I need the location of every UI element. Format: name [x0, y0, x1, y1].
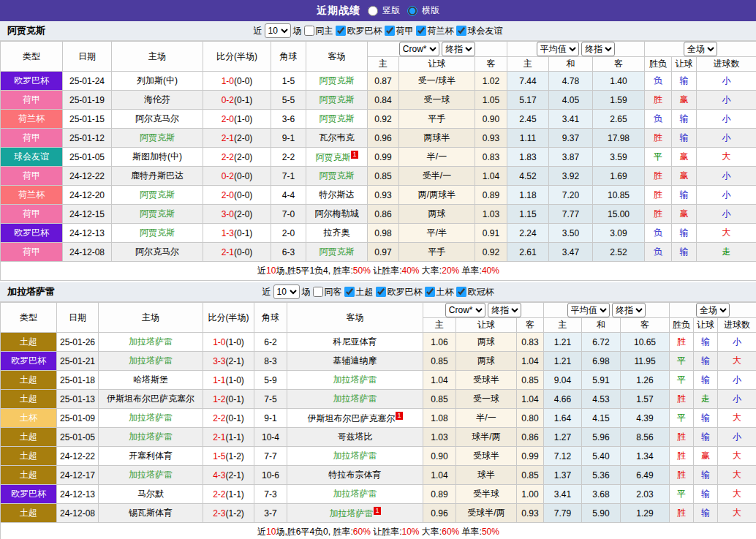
match-row: 欧罗巴杯25-01-21加拉塔萨雷3-3(2-1)8-3基辅迪纳摩0.85两球1…: [1, 352, 756, 371]
league-checkbox[interactable]: [344, 287, 355, 297]
same-venue-filter[interactable]: 同主: [304, 25, 333, 37]
league-filter-土超[interactable]: 土超: [344, 286, 374, 298]
away-team-text: 阿尔梅勒城: [315, 208, 359, 219]
league-checkbox[interactable]: [376, 287, 386, 297]
away-team-link[interactable]: 阿贾克斯: [320, 75, 355, 86]
halftime-score: (0-0): [234, 76, 252, 86]
home-team-link[interactable]: 加拉塔萨雷: [129, 470, 173, 480]
home-team-link[interactable]: 阿贾克斯: [140, 227, 175, 238]
handicap-cell: 受半球: [456, 485, 517, 504]
match-row: 土杯25-01-09加拉塔萨雷2-2(0-1)9-1伊斯坦布尔巴萨克塞尔11.0…: [1, 409, 756, 428]
away-team-link[interactable]: 加拉塔萨雷: [333, 374, 377, 385]
league-checkbox[interactable]: [425, 287, 435, 297]
competition-type-cell: 土杯: [1, 409, 57, 428]
scope-group-header: 全场: [645, 42, 756, 57]
recent-count-select[interactable]: 10: [265, 23, 291, 38]
average-select[interactable]: 平均值: [567, 303, 610, 317]
league-filter-荷兰杯[interactable]: 荷兰杯: [416, 25, 454, 37]
odds-away-cell: 1.04: [517, 352, 544, 371]
average-away-cell: 1.29: [621, 504, 670, 523]
layout-option-vertical[interactable]: 竖版: [368, 4, 400, 17]
average-home-cell: 4.66: [544, 390, 582, 409]
league-label: 土杯: [436, 286, 454, 298]
home-team-link[interactable]: 加拉塔萨雷: [129, 355, 173, 366]
home-team-link[interactable]: 阿贾克斯: [140, 208, 175, 219]
win-loss-cell: 平: [670, 409, 694, 428]
odds-time-select[interactable]: 终指: [442, 42, 475, 56]
league-checkbox[interactable]: [416, 26, 426, 36]
league-checkbox[interactable]: [456, 26, 466, 36]
home-team-link[interactable]: 加拉塔萨雷: [129, 412, 173, 423]
recent-count-select[interactable]: 10: [273, 284, 300, 299]
league-filter-欧罗巴杯[interactable]: 欧罗巴杯: [376, 286, 423, 298]
same-venue-checkbox[interactable]: [304, 26, 314, 36]
score-cell: 2-0(0-0): [203, 186, 271, 205]
same-venue-checkbox[interactable]: [313, 287, 323, 297]
halftime-score: (0-0): [234, 190, 252, 200]
average-select[interactable]: 平均值: [537, 42, 579, 56]
scope-select[interactable]: 全场: [684, 42, 717, 56]
away-team-link[interactable]: 加拉塔萨雷: [333, 393, 377, 404]
win-loss-cell: 胜: [670, 390, 694, 409]
handicap-cell: 受一/球半: [399, 72, 475, 91]
league-filter-欧冠杯[interactable]: 欧冠杯: [456, 286, 494, 298]
home-team-link[interactable]: 阿贾克斯: [140, 132, 175, 143]
away-team-link[interactable]: 加拉塔萨雷: [333, 489, 377, 499]
sub-column-header-和: 和: [549, 57, 593, 72]
summary-stat-value: 50%: [353, 265, 371, 276]
league-filter-欧罗巴杯[interactable]: 欧罗巴杯: [336, 25, 382, 37]
average-away-cell: 3.09: [593, 224, 645, 243]
home-team-link[interactable]: 加拉塔萨雷: [129, 336, 173, 347]
league-filter-荷甲[interactable]: 荷甲: [385, 25, 414, 37]
competition-type-cell: 土超: [1, 371, 57, 390]
average-time-select[interactable]: 终指: [612, 303, 646, 317]
home-team-text: 开塞利体育: [129, 451, 173, 461]
match-row: 土超24-12-22开塞利体育1-5(1-2)7-7加拉塔萨雷0.90受球半0.…: [1, 447, 756, 466]
odds-time-select[interactable]: 终指: [488, 303, 521, 317]
odds-source-select[interactable]: Crow*: [399, 42, 439, 56]
away-team-link[interactable]: 加拉塔萨雷: [329, 508, 373, 519]
horizontal-layout-radio[interactable]: [407, 6, 417, 16]
league-checkbox[interactable]: [336, 26, 346, 36]
average-draw-cell: 6.98: [582, 352, 621, 371]
league-filter-土杯[interactable]: 土杯: [425, 286, 454, 298]
handicap-result-cell: 输: [694, 333, 718, 352]
odds-away-cell: 0.83: [475, 148, 507, 167]
home-team-link[interactable]: 阿贾克斯: [140, 189, 175, 200]
away-team-link[interactable]: 阿贾克斯: [320, 246, 355, 257]
away-team-link[interactable]: 阿贾克斯: [320, 170, 355, 181]
odds-home-cell: 1.08: [423, 409, 456, 428]
home-team-link[interactable]: 加拉塔萨雷: [129, 431, 173, 442]
home-team-text: 哈塔斯堡: [133, 374, 168, 385]
corners-cell: 6-3: [271, 243, 306, 262]
summary-row: 近10场,胜5平1负4, 胜率:50% 让胜率:40% 大率:20% 单率:40…: [1, 262, 756, 281]
league-checkbox[interactable]: [456, 287, 466, 297]
halftime-score: (0-1): [226, 394, 244, 404]
odds-home-cell: 0.90: [423, 447, 456, 466]
away-team-link[interactable]: 阿贾克斯: [320, 113, 355, 124]
league-checkbox[interactable]: [385, 26, 395, 36]
over-under-cell: 小: [697, 72, 756, 91]
same-venue-filter[interactable]: 同客: [313, 286, 342, 298]
corners-cell: 5-9: [254, 371, 287, 390]
sub-column-header-胜负: 胜负: [670, 318, 694, 333]
odds-source-select[interactable]: Crow*: [445, 303, 485, 317]
average-time-select[interactable]: 终指: [581, 42, 615, 56]
odds-away-cell: 0.83: [517, 333, 544, 352]
layout-option-horizontal[interactable]: 横版: [407, 4, 439, 17]
match-row: 土超25-01-13伊斯坦布尔巴萨克塞尔1-2(0-1)7-5加拉塔萨雷0.85…: [1, 390, 756, 409]
competition-type-cell: 荷甲: [1, 167, 63, 186]
scope-select[interactable]: 全场: [696, 303, 730, 317]
vertical-layout-radio[interactable]: [368, 6, 378, 16]
recent-label: 近: [262, 286, 271, 298]
match-row: 荷甲25-01-12阿贾克斯2-1(2-0)9-1瓦尔韦克0.96两球半0.93…: [1, 129, 756, 148]
away-team-cell: 科尼亚体育: [287, 333, 423, 352]
win-loss-cell: 胜: [645, 91, 672, 110]
red-card-badge: 1: [374, 507, 380, 515]
league-label: 欧罗巴杯: [347, 25, 382, 37]
league-filter-球会友谊[interactable]: 球会友谊: [456, 25, 503, 37]
away-team-link[interactable]: 加拉塔萨雷: [333, 451, 377, 461]
sub-column-header-主: 主: [423, 318, 456, 333]
away-team-link[interactable]: 阿贾克斯: [320, 94, 355, 105]
away-team-link[interactable]: 阿贾克斯: [315, 152, 350, 162]
